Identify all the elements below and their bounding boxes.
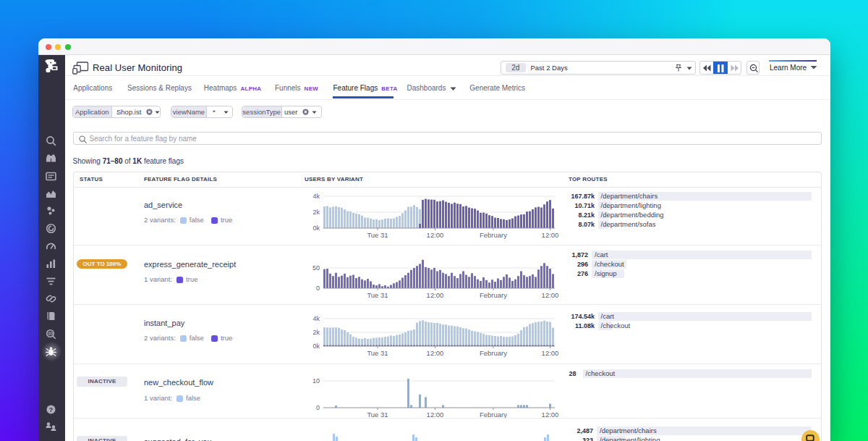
svg-text:0k: 0k bbox=[312, 343, 320, 350]
svg-text:Tue 31: Tue 31 bbox=[367, 349, 388, 357]
svg-text:February: February bbox=[480, 411, 507, 419]
svg-text:Tue 31: Tue 31 bbox=[367, 231, 388, 239]
svg-text:February: February bbox=[480, 231, 507, 239]
svg-text:4k: 4k bbox=[312, 315, 320, 322]
svg-text:50: 50 bbox=[312, 264, 320, 272]
svg-text:February: February bbox=[480, 291, 507, 299]
svg-text:4k: 4k bbox=[312, 193, 320, 200]
svg-text:12:00: 12:00 bbox=[542, 349, 559, 357]
svg-text:12:00: 12:00 bbox=[542, 231, 559, 239]
svg-text:0k: 0k bbox=[312, 224, 320, 232]
svg-text:0: 0 bbox=[316, 404, 320, 411]
svg-text:2k: 2k bbox=[312, 329, 320, 336]
svg-text:12:00: 12:00 bbox=[427, 231, 444, 239]
svg-text:30: 30 bbox=[48, 331, 54, 336]
svg-text:12:00: 12:00 bbox=[427, 411, 444, 419]
svg-text:12:00: 12:00 bbox=[427, 291, 444, 299]
svg-text:12:00: 12:00 bbox=[542, 291, 559, 299]
svg-text:?: ? bbox=[49, 406, 54, 413]
svg-text:2k: 2k bbox=[312, 209, 320, 216]
svg-text:12:00: 12:00 bbox=[427, 349, 444, 357]
svg-text:Tue 31: Tue 31 bbox=[367, 411, 388, 419]
svg-text:Tue 31: Tue 31 bbox=[367, 291, 388, 299]
svg-text:February: February bbox=[480, 349, 507, 357]
svg-text:12:00: 12:00 bbox=[542, 411, 559, 419]
svg-text:10: 10 bbox=[312, 377, 320, 385]
svg-text:0: 0 bbox=[316, 285, 320, 292]
